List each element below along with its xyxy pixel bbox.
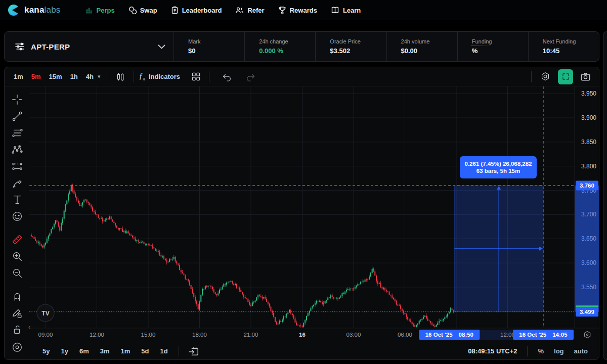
crosshair-tool-button[interactable]	[10, 93, 24, 106]
camera-icon	[580, 72, 591, 81]
gear-hexagon-icon	[540, 71, 551, 82]
range-5d-button[interactable]: 5d	[137, 346, 153, 356]
stat-oracle-price: Oracle Price $3.502	[315, 32, 386, 61]
collapse-sidebar-chevron-icon[interactable]: ‹	[28, 323, 30, 331]
interval-dropdown-chevron-icon[interactable]: ▾	[98, 73, 101, 80]
interval-5m[interactable]: 5m	[27, 71, 45, 82]
svg-text:12:00: 12:00	[500, 332, 515, 338]
unlock-tool-button[interactable]	[10, 323, 24, 336]
swap-coins-icon	[128, 6, 137, 14]
emoji-tool-button[interactable]	[10, 210, 24, 223]
perps-chart-icon	[85, 6, 93, 14]
measure-price-change: 0.261 (7.45%) 26,068,282	[465, 161, 532, 167]
candles-layer	[31, 184, 454, 327]
top-navbar: kanalabs Perps Swap Leaderboard Re	[0, 0, 607, 20]
interval-1h[interactable]: 1h	[66, 71, 82, 82]
indicators-button[interactable]: ƒx Indicators	[139, 71, 181, 81]
svg-text:3.760: 3.760	[580, 183, 594, 189]
brand-name: kanalabs	[24, 5, 61, 15]
svg-text:3.800: 3.800	[581, 163, 596, 170]
auto-scale-button[interactable]: auto	[570, 346, 592, 356]
tradingview-watermark: TV	[37, 304, 54, 322]
nav-item-perps[interactable]: Perps	[85, 6, 115, 14]
screenshot-button[interactable]	[577, 72, 594, 81]
zoom-out-tool-button[interactable]	[10, 266, 24, 280]
svg-text:12:00: 12:00	[90, 332, 104, 338]
clock-timezone-button[interactable]: 08:49:15 UTC+2	[464, 346, 521, 356]
svg-text:18:00: 18:00	[192, 332, 207, 338]
svg-text:15:00: 15:00	[141, 332, 156, 338]
price-chart[interactable]: TV3.9503.9003.8503.8003.7503.7003.6503.6…	[5, 86, 599, 342]
text-tool-button[interactable]	[10, 193, 24, 206]
range-3m-button[interactable]: 3m	[96, 346, 114, 356]
measure-tool-button[interactable]	[10, 233, 24, 246]
time-axis: 09:0012:0015:0018:0021:001603:0006:0012:…	[29, 328, 599, 340]
time-axis-settings-icon	[584, 332, 590, 338]
kanalabs-logo-icon	[7, 4, 20, 17]
svg-text:21:00: 21:00	[244, 332, 258, 338]
divider	[179, 346, 179, 356]
fullscreen-brackets-icon	[561, 72, 570, 81]
pair-selector[interactable]: APT-PERP	[5, 32, 174, 61]
pattern-tool-button[interactable]	[10, 143, 24, 156]
svg-text:3.850: 3.850	[581, 139, 596, 146]
log-scale-button[interactable]: log	[550, 346, 568, 356]
grid-layout-icon	[191, 72, 201, 81]
svg-text:3.950: 3.950	[581, 90, 596, 97]
divider	[209, 71, 209, 82]
chart-panel: 1m 5m 15m 1h 4h ▾ ƒx Indicators	[4, 67, 599, 360]
brush-tool-button[interactable]	[10, 176, 24, 190]
percent-scale-button[interactable]: %	[534, 346, 548, 356]
magnet-tool-button[interactable]	[10, 290, 24, 303]
svg-text:16 Oct '2508:50: 16 Oct '2508:50	[425, 332, 473, 338]
nav-item-swap[interactable]: Swap	[128, 6, 157, 14]
rewards-trophy-icon	[278, 6, 286, 14]
range-1m-button[interactable]: 1m	[116, 346, 135, 356]
interval-15m[interactable]: 15m	[45, 71, 66, 82]
redo-arrow-icon	[246, 72, 256, 81]
measure-bars-duration: 63 bars, 5h 15m	[476, 168, 520, 174]
svg-text:09:00: 09:00	[38, 332, 53, 338]
goto-date-button[interactable]	[185, 346, 202, 356]
range-1d-button[interactable]: 1d	[156, 346, 172, 356]
nav-item-leaderboard[interactable]: Leaderboard	[171, 6, 222, 14]
pair-name: APT-PERP	[31, 42, 152, 51]
range-1y-button[interactable]: 1y	[56, 346, 72, 356]
drawing-toolbar	[5, 86, 29, 342]
stat-mark: Mark $0	[174, 32, 244, 61]
candlestick-icon	[115, 72, 125, 82]
chart-area: TV3.9503.9003.8503.8003.7503.7003.6503.6…	[5, 86, 599, 342]
interval-4h[interactable]: 4h	[82, 71, 98, 82]
candle-style-button[interactable]	[112, 72, 128, 82]
nav-item-rewards[interactable]: Rewards	[278, 6, 317, 14]
range-5y-button[interactable]: 5y	[38, 346, 54, 356]
forecast-tool-button[interactable]	[10, 160, 24, 173]
undo-button[interactable]	[219, 72, 235, 81]
nav-item-refer[interactable]: Refer	[235, 6, 264, 14]
fib-retracement-tool-button[interactable]	[10, 126, 24, 140]
zoom-in-tool-button[interactable]	[10, 250, 24, 263]
layout-grid-button[interactable]	[188, 72, 204, 81]
fullscreen-button[interactable]	[558, 69, 573, 84]
measure-region	[454, 186, 543, 312]
divider	[107, 71, 107, 82]
divider	[527, 346, 528, 356]
pair-slider-icon	[15, 42, 25, 51]
brand-logo[interactable]: kanalabs	[7, 4, 61, 17]
chart-settings-button[interactable]	[537, 71, 554, 82]
svg-text:06:00: 06:00	[398, 332, 412, 338]
trendline-tool-button[interactable]	[10, 110, 24, 123]
chart-bottom-bar: 5y 1y 6m 3m 1m 5d 1d 08:49:15 UTC+2 % lo…	[5, 342, 599, 360]
lock-drawings-tool-button[interactable]	[10, 306, 24, 320]
svg-text:16: 16	[299, 332, 306, 338]
interval-1m[interactable]: 1m	[10, 71, 27, 82]
goto-date-calendar-icon	[188, 346, 199, 356]
nav-item-learn[interactable]: Learn	[331, 6, 361, 14]
range-6m-button[interactable]: 6m	[75, 346, 94, 356]
hide-drawings-tool-button[interactable]	[10, 340, 24, 353]
divider	[134, 71, 134, 82]
svg-text:3.900: 3.900	[581, 114, 596, 121]
chart-toolbar: 1m 5m 15m 1h 4h ▾ ƒx Indicators	[5, 67, 599, 86]
stat-24h-volume: 24h volume $0.00	[386, 32, 457, 61]
redo-button[interactable]	[243, 72, 259, 81]
